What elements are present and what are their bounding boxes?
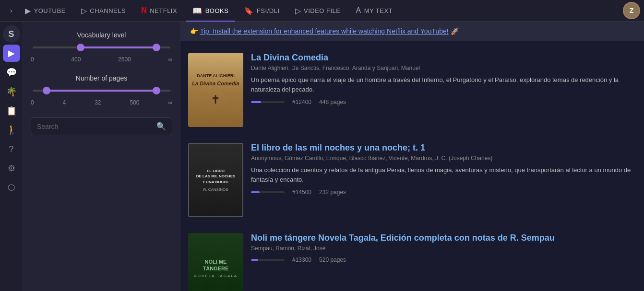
pages-thumb-left[interactable]: [43, 87, 50, 94]
tip-link[interactable]: Tip: Install the extension for enhanced …: [200, 27, 449, 35]
nav-items: ▶ YOUTUBE ▷ CHANNELS N NETFLIX 📖 BOOKS 🔖…: [18, 0, 623, 22]
book-progress-bar-divina: [251, 101, 285, 103]
cover-text-noches: EL LIBRODE LAS MIL NOCHESY UNA NOCHE R. …: [196, 168, 236, 192]
pages-slider[interactable]: [31, 90, 172, 92]
book-cover-divina: DANTE ALIGHIERI La Divina Comedia ✝: [188, 53, 243, 127]
fsi-icon: 🔖: [244, 6, 254, 15]
book-info-noches: El libro de las mil noches y una noche; …: [251, 143, 636, 217]
tip-banner: 👉 Tip: Install the extension for enhance…: [180, 22, 644, 41]
list-icon-button[interactable]: 📋: [3, 102, 20, 119]
export-icon-button[interactable]: ⬡: [3, 179, 20, 196]
pages-track: [33, 90, 170, 92]
cover-text-divina: DANTE ALIGHIERI La Divina Comedia ✝: [192, 73, 239, 106]
book-title-noches[interactable]: El libro de las mil noches y una noche; …: [251, 143, 636, 153]
help-icon-button[interactable]: ?: [3, 140, 20, 158]
nav-item-netflix[interactable]: N NETFLIX: [134, 0, 184, 22]
book-title-noli[interactable]: Noli me tángere Novela Tagala, Edición c…: [251, 233, 636, 243]
book-rank-noli: #13300: [292, 256, 311, 263]
book-pages-noches: 232 pages: [319, 189, 346, 196]
nav-item-mytext[interactable]: A MY TEXT: [349, 0, 400, 22]
chevron-icon: ›: [10, 7, 12, 14]
book-rank-divina: #12400: [292, 99, 311, 105]
vocabulary-filter: Vocabulary level 0 400 2500 ∞: [31, 31, 172, 63]
nav-item-fsi[interactable]: 🔖 FSI/DLI: [237, 0, 286, 22]
book-authors-noli: Sempau, Ramón, Rizal, José: [251, 245, 636, 252]
vocab-label-400: 400: [71, 56, 81, 63]
book-description-noches: Una colección de cuentos y relatos de la…: [251, 165, 636, 184]
pages-thumb-right[interactable]: [153, 87, 160, 94]
vocab-thumb-left[interactable]: [77, 44, 84, 51]
vocabulary-slider[interactable]: [31, 47, 172, 48]
cover-text-noli: NOLI METÁNGERE NOVELA TAGALA: [194, 258, 238, 282]
book-meta-noli: #13300 520 pages: [251, 256, 636, 263]
book-description-divina: Un poema épico que narra el viaje de un …: [251, 75, 636, 94]
pages-label-4: 4: [63, 99, 66, 106]
nav-item-youtube[interactable]: ▶ YOUTUBE: [18, 0, 72, 22]
search-box[interactable]: 🔍: [31, 117, 172, 135]
nav-item-channels-label: CHANNELS: [90, 7, 126, 14]
channels-icon: ▷: [81, 6, 87, 15]
book-progress-bar-noli: [251, 259, 285, 261]
pages-fill: [47, 90, 157, 92]
book-info-noli: Noli me tángere Novela Tagala, Edición c…: [251, 233, 636, 291]
nav-item-channels[interactable]: ▷ CHANNELS: [74, 0, 132, 22]
pages-label-500: 500: [130, 99, 139, 106]
vocab-track: [33, 47, 170, 48]
book-title-divina[interactable]: La Divina Comedia: [251, 53, 636, 63]
user-icon-button[interactable]: S: [3, 25, 20, 43]
vocabulary-label: Vocabulary level: [31, 31, 172, 39]
nav-toggle-button[interactable]: ›: [4, 0, 18, 22]
nav-item-video-label: VIDEO FILE: [304, 7, 341, 14]
book-cover-noches: EL LIBRODE LAS MIL NOCHESY UNA NOCHE R. …: [188, 143, 243, 217]
nav-item-video[interactable]: ▷ VIDEO FILE: [288, 0, 347, 22]
book-info-divina: La Divina Comedia Dante Alighieri, De Sa…: [251, 53, 636, 127]
book-progress-fill-divina: [251, 101, 261, 103]
book-cover-noli: NOLI METÁNGERE NOVELA TAGALA: [188, 233, 243, 291]
book-authors-noches: Anonymous, Gómez Carrillo, Enrique, Blas…: [251, 155, 636, 162]
nav-item-youtube-label: YOUTUBE: [34, 7, 66, 14]
search-icon: 🔍: [156, 122, 166, 131]
pages-label-inf: ∞: [168, 99, 172, 106]
youtube-icon: ▶: [25, 6, 31, 15]
books-list: DANTE ALIGHIERI La Divina Comedia ✝ La D…: [180, 41, 644, 291]
pages-label: Number of pages: [31, 74, 172, 82]
tip-emoji: 👉: [190, 27, 198, 35]
chat-icon-button[interactable]: 💬: [3, 64, 20, 81]
video-icon: ▷: [295, 6, 301, 15]
search-input[interactable]: [37, 123, 153, 130]
book-rank-noches: #14500: [292, 189, 311, 196]
book-item: EL LIBRODE LAS MIL NOCHESY UNA NOCHE R. …: [188, 135, 636, 225]
play-icon-button[interactable]: ▶: [3, 45, 20, 62]
vocab-label-2500: 2500: [118, 56, 131, 63]
vocab-thumb-right[interactable]: [153, 44, 160, 51]
book-authors-divina: Dante Alighieri, De Sanctis, Francesco, …: [251, 65, 636, 71]
mytext-icon: A: [356, 6, 361, 15]
settings-icon-button[interactable]: ⚙: [3, 160, 20, 177]
book-progress-fill-noches: [251, 191, 260, 193]
vocab-label-inf: ∞: [168, 56, 172, 63]
book-item: NOLI METÁNGERE NOVELA TAGALA Noli me tán…: [188, 225, 636, 291]
nav-item-mytext-label: MY TEXT: [364, 7, 393, 14]
filter-panel: Vocabulary level 0 400 2500 ∞ Number of …: [23, 22, 180, 291]
main-layout: S ▶ 💬 🌴 📋 🚶 ? ⚙ ⬡ Vocabulary level 0 400…: [0, 22, 644, 291]
vocab-labels: 0 400 2500 ∞: [31, 56, 172, 63]
tip-rocket: 🚀: [451, 27, 459, 35]
book-meta-divina: #12400 448 pages: [251, 99, 636, 105]
book-progress-bar-noches: [251, 191, 285, 193]
nav-item-books-label: BOOKS: [205, 7, 229, 14]
nav-item-fsi-label: FSI/DLI: [257, 7, 280, 14]
walk-icon-button[interactable]: 🚶: [3, 121, 20, 139]
pages-filter: Number of pages 0 4 32 500 ∞: [31, 74, 172, 106]
netflix-icon: N: [141, 6, 147, 15]
nav-item-books[interactable]: 📖 BOOKS: [186, 0, 235, 22]
palm-icon-button[interactable]: 🌴: [3, 83, 20, 100]
vocab-label-0: 0: [31, 56, 34, 63]
book-pages-noli: 520 pages: [319, 256, 346, 263]
pages-label-0: 0: [31, 99, 34, 106]
icon-sidebar: S ▶ 💬 🌴 📋 🚶 ? ⚙ ⬡: [0, 22, 23, 291]
user-avatar[interactable]: Z: [623, 2, 640, 19]
book-pages-divina: 448 pages: [319, 99, 346, 105]
book-item: DANTE ALIGHIERI La Divina Comedia ✝ La D…: [188, 45, 636, 135]
nav-item-netflix-label: NETFLIX: [150, 7, 177, 14]
books-icon: 📖: [192, 6, 203, 15]
